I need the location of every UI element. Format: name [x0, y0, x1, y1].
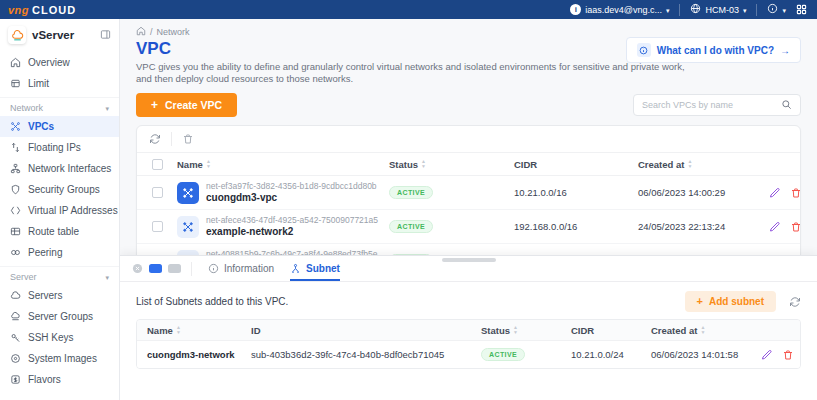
arrow-right-icon	[780, 45, 790, 56]
sidebar-item-flavors[interactable]: Flavors	[0, 369, 119, 390]
status-badge: ACTIVE	[389, 186, 433, 199]
sidebar-item-vpcs[interactable]: VPCs	[0, 116, 119, 137]
home-icon[interactable]	[136, 26, 146, 38]
sidebar-item-security-groups[interactable]: Security Groups	[0, 179, 119, 200]
edit-icon[interactable]	[769, 187, 781, 199]
account-menu[interactable]: iaas.dev4@vng.c...	[570, 4, 669, 15]
refresh-icon[interactable]	[149, 133, 161, 145]
top-header: vng CLOUD iaas.dev4@vng.c... HCM-03	[0, 0, 817, 19]
sidebar-item-virtual-ip-addresses[interactable]: Virtual IP Addresses	[0, 200, 119, 221]
sort-icon[interactable]	[687, 159, 692, 169]
panel-resize-handle[interactable]	[442, 258, 496, 262]
brand-logo-cloud: CLOUD	[32, 4, 76, 16]
vpc-hub-icon	[177, 182, 199, 204]
subnet-table: Name ID Status CIDR Created at cuongdm3-…	[136, 319, 801, 369]
shield-icon	[10, 184, 21, 195]
sidebar-item-floating-ips[interactable]: Floating IPs	[0, 137, 119, 158]
subnet-created-at: 06/06/2023 14:01:58	[641, 349, 761, 360]
chevron-down-icon	[666, 5, 670, 15]
chevron-down-icon	[105, 103, 109, 113]
add-subnet-button[interactable]: Add subnet	[685, 291, 776, 312]
vpc-cidr: 10.21.0.0/16	[514, 187, 638, 198]
sidebar-item-system-images[interactable]: System Images	[0, 348, 119, 369]
subnet-name: cuongdm3-network	[137, 349, 241, 360]
sort-icon[interactable]	[700, 325, 705, 335]
sidebar-collapse-icon[interactable]	[100, 26, 111, 44]
vpc-name[interactable]: example-network2	[206, 226, 378, 239]
account-email: iaas.dev4@vng.c...	[585, 5, 662, 15]
breadcrumb-current[interactable]: Network	[157, 27, 190, 37]
vpc-search	[633, 94, 801, 116]
sidebar-item-network-interfaces[interactable]: Network Interfaces	[0, 158, 119, 179]
brand-logo[interactable]: vng CLOUD	[8, 4, 76, 16]
limit-icon	[10, 78, 21, 89]
region-menu[interactable]: HCM-03	[690, 3, 746, 16]
plus-icon	[697, 296, 703, 307]
row-checkbox[interactable]	[152, 221, 163, 232]
search-input[interactable]	[642, 100, 775, 110]
sort-icon[interactable]	[176, 325, 181, 335]
route-table-icon	[10, 226, 21, 237]
sidebar-section-network[interactable]: Network	[0, 97, 119, 116]
sidebar-item-servers[interactable]: Servers	[0, 285, 119, 306]
chevron-down-icon	[105, 272, 109, 282]
sort-icon[interactable]	[513, 325, 518, 335]
globe-icon	[690, 3, 701, 16]
region-label: HCM-03	[705, 5, 739, 15]
vpc-table-row[interactable]: net-ef3a97fc-3d82-4356-b1d8-9cdbcc1dd80b…	[137, 176, 800, 210]
info-menu[interactable]	[767, 3, 786, 16]
search-icon[interactable]	[781, 96, 792, 114]
vpc-cidr: 192.168.0.0/16	[514, 221, 638, 232]
chevron-down-icon	[782, 5, 786, 15]
sidebar-item-ssh-keys[interactable]: SSH Keys	[0, 327, 119, 348]
delete-icon[interactable]	[782, 349, 794, 361]
delete-icon[interactable]	[790, 187, 801, 199]
plus-icon	[151, 99, 158, 111]
panel-expand-icon[interactable]	[149, 264, 162, 273]
sidebar-item-limit[interactable]: Limit	[0, 73, 119, 94]
vpc-table-row[interactable]: net-afece436-47df-4925-a542-7500907721a5…	[137, 210, 800, 244]
create-vpc-button[interactable]: Create VPC	[136, 93, 237, 117]
status-badge: ACTIVE	[481, 348, 525, 361]
floating-ip-icon	[10, 142, 21, 153]
status-badge: ACTIVE	[389, 220, 433, 233]
sidebar-item-server-groups[interactable]: Server Groups	[0, 306, 119, 327]
select-all-checkbox[interactable]	[152, 159, 163, 170]
tab-subnet[interactable]: Subnet	[290, 256, 340, 281]
subnet-id: sub-403b36d2-39fc-47c4-b40b-8df0ecb71045	[241, 349, 471, 360]
edit-icon[interactable]	[761, 349, 773, 361]
apps-grid-icon[interactable]	[796, 4, 807, 15]
disc-icon	[10, 353, 21, 364]
edit-icon[interactable]	[769, 221, 781, 233]
main-content: / Network VPC VPC gives you the ability …	[120, 19, 817, 400]
vpc-hub-icon	[177, 216, 199, 238]
delete-icon[interactable]	[790, 221, 801, 233]
vpc-name[interactable]: cuongdm3-vpc	[206, 192, 377, 205]
account-avatar	[570, 4, 581, 15]
product-switcher[interactable]: vServer	[0, 19, 119, 52]
panel-minimize-icon[interactable]	[168, 264, 181, 273]
key-icon	[10, 332, 21, 343]
sidebar-section-server[interactable]: Server	[0, 266, 119, 285]
tab-information[interactable]: Information	[208, 256, 274, 281]
panel-close-icon[interactable]	[132, 260, 143, 278]
subnet-table-row[interactable]: cuongdm3-network sub-403b36d2-39fc-47c4-…	[137, 341, 800, 368]
bulk-delete-icon[interactable]	[182, 133, 194, 145]
home-icon	[10, 57, 21, 68]
refresh-icon[interactable]	[789, 296, 801, 308]
sidebar-item-route-table[interactable]: Route table	[0, 221, 119, 242]
app-window: vng CLOUD iaas.dev4@vng.c... HCM-03	[0, 0, 817, 400]
sidebar-item-overview[interactable]: Overview	[0, 52, 119, 73]
sidebar-item-peering[interactable]: Peering	[0, 242, 119, 263]
virtual-ip-icon	[10, 205, 21, 216]
sidebar: vServer Overview Limit Network VPCs	[0, 19, 120, 400]
brand-logo-vng: vng	[8, 4, 29, 16]
sort-icon[interactable]	[206, 159, 211, 169]
vpc-help-button[interactable]: What can I do with VPC?	[626, 37, 801, 63]
subnet-table-header: Name ID Status CIDR Created at	[137, 320, 800, 341]
sort-icon[interactable]	[421, 159, 426, 169]
cloud-group-icon	[10, 311, 21, 322]
row-checkbox[interactable]	[152, 187, 163, 198]
vpc-created-at: 24/05/2023 22:13:24	[638, 221, 769, 232]
dollar-box-icon	[10, 374, 21, 385]
